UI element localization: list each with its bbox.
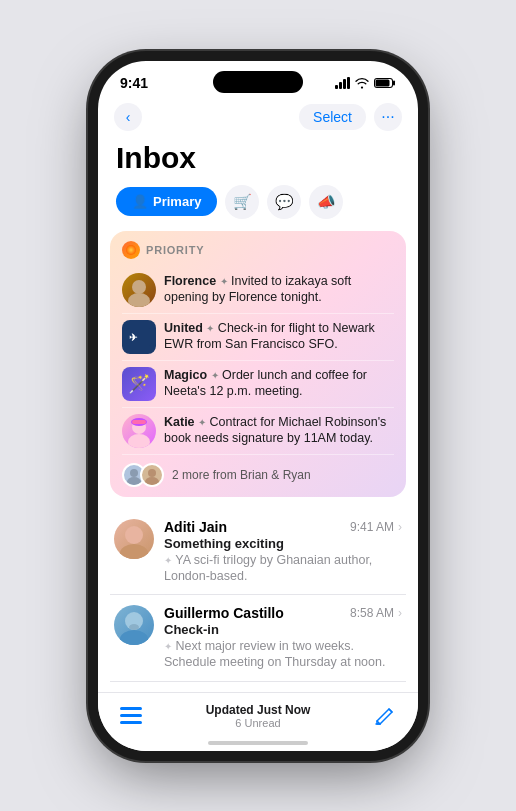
select-button[interactable]: Select <box>299 104 366 130</box>
dynamic-island <box>213 71 303 93</box>
email-header-aditi: Aditi Jain 9:41 AM › <box>164 519 402 535</box>
priority-item-united[interactable]: ✈ United ✦ Check-in for flight to Newark… <box>122 314 394 361</box>
priority-item-katie[interactable]: Katie ✦ Contract for Michael Robinson's … <box>122 408 394 455</box>
email-time-guillermo: 8:58 AM <box>350 606 394 620</box>
svg-rect-11 <box>132 420 146 424</box>
email-row-guillermo[interactable]: Guillermo Castillo 8:58 AM › Check-in ✦ … <box>110 595 406 682</box>
email-header-guillermo: Guillermo Castillo 8:58 AM › <box>164 605 402 621</box>
priority-text-florence: Florence ✦ Invited to izakaya soft openi… <box>164 273 394 307</box>
svg-point-15 <box>145 477 159 485</box>
priority-item-florence[interactable]: Florence ✦ Invited to izakaya soft openi… <box>122 267 394 314</box>
priority-text-united: United ✦ Check-in for flight to Newark E… <box>164 320 394 354</box>
svg-rect-21 <box>120 707 142 710</box>
email-body-aditi: Aditi Jain 9:41 AM › Something exciting … <box>164 519 402 585</box>
bottom-updated-text: Updated Just Now <box>206 703 311 717</box>
nav-right-actions: Select ··· <box>299 103 402 131</box>
svg-point-19 <box>120 630 148 645</box>
svg-rect-23 <box>120 721 142 724</box>
bottom-unread-text: 6 Unread <box>206 717 311 729</box>
tab-primary[interactable]: 👤 Primary <box>116 187 217 216</box>
person-icon: 👤 <box>132 194 148 209</box>
compose-button[interactable] <box>370 701 400 731</box>
svg-point-16 <box>125 526 143 544</box>
battery-icon <box>374 77 396 89</box>
more-button[interactable]: ··· <box>374 103 402 131</box>
svg-rect-22 <box>120 714 142 717</box>
wifi-icon <box>355 77 369 89</box>
chat-icon: 💬 <box>275 193 294 211</box>
signal-icon <box>335 77 350 89</box>
phone-frame: 9:41 ‹ <box>98 61 418 751</box>
content-area: PRIORITY Florence ✦ Invited to izakaya s… <box>98 231 418 746</box>
svg-point-12 <box>130 469 138 477</box>
priority-label: PRIORITY <box>146 244 204 256</box>
page-title: Inbox <box>98 139 418 185</box>
avatar-united: ✈ <box>122 320 156 354</box>
email-time-row-guillermo: 8:58 AM › <box>350 606 402 620</box>
tab-social[interactable]: 💬 <box>267 185 301 219</box>
email-time-aditi: 9:41 AM <box>350 520 394 534</box>
chevron-icon-guillermo: › <box>398 606 402 620</box>
priority-text-magico: Magico ✦ Order lunch and coffee for Neet… <box>164 367 394 401</box>
chevron-icon-aditi: › <box>398 520 402 534</box>
email-name-guillermo: Guillermo Castillo <box>164 605 284 621</box>
priority-more-text: 2 more from Brian & Ryan <box>172 468 311 482</box>
tab-promo[interactable]: 📣 <box>309 185 343 219</box>
priority-card: PRIORITY Florence ✦ Invited to izakaya s… <box>110 231 406 497</box>
home-indicator <box>208 741 308 745</box>
priority-header: PRIORITY <box>122 241 394 259</box>
svg-rect-2 <box>376 79 390 86</box>
priority-icon <box>122 241 140 259</box>
svg-point-5 <box>128 293 150 307</box>
avatar-guillermo <box>114 605 154 645</box>
svg-point-4 <box>132 280 146 294</box>
email-body-guillermo: Guillermo Castillo 8:58 AM › Check-in ✦ … <box>164 605 402 671</box>
email-row-aditi[interactable]: Aditi Jain 9:41 AM › Something exciting … <box>110 509 406 596</box>
nav-bar: ‹ Select ··· <box>98 99 418 139</box>
list-button[interactable] <box>116 701 146 731</box>
svg-point-3 <box>126 245 136 255</box>
svg-text:✈: ✈ <box>129 332 138 343</box>
more-avatar-2 <box>140 463 164 487</box>
avatar-aditi <box>114 519 154 559</box>
priority-more[interactable]: 2 more from Brian & Ryan <box>122 455 394 487</box>
avatar-katie <box>122 414 156 448</box>
filter-tabs: 👤 Primary 🛒 💬 📣 <box>98 185 418 231</box>
svg-point-14 <box>148 469 156 477</box>
email-preview-aditi: ✦ YA sci-fi trilogy by Ghanaian author, … <box>164 552 402 585</box>
back-button[interactable]: ‹ <box>114 103 142 131</box>
email-subject-aditi: Something exciting <box>164 536 402 551</box>
email-name-aditi: Aditi Jain <box>164 519 227 535</box>
priority-item-magico[interactable]: 🪄 Magico ✦ Order lunch and coffee for Ne… <box>122 361 394 408</box>
email-preview-guillermo: ✦ Next major review in two weeks. Schedu… <box>164 638 402 671</box>
email-subject-guillermo: Check-in <box>164 622 402 637</box>
shopping-icon: 🛒 <box>233 193 252 211</box>
svg-point-17 <box>120 544 148 559</box>
email-time-row-aditi: 9:41 AM › <box>350 520 402 534</box>
bottom-center: Updated Just Now 6 Unread <box>206 703 311 729</box>
svg-point-20 <box>129 624 139 630</box>
priority-text-katie: Katie ✦ Contract for Michael Robinson's … <box>164 414 394 448</box>
priority-more-avatars <box>122 463 164 487</box>
avatar-magico: 🪄 <box>122 367 156 401</box>
tab-shopping[interactable]: 🛒 <box>225 185 259 219</box>
svg-point-13 <box>127 477 141 485</box>
avatar-florence <box>122 273 156 307</box>
status-time: 9:41 <box>120 75 148 91</box>
promo-icon: 📣 <box>317 193 336 211</box>
status-icons <box>335 77 396 89</box>
tab-primary-label: Primary <box>153 194 201 209</box>
svg-point-9 <box>128 434 150 448</box>
